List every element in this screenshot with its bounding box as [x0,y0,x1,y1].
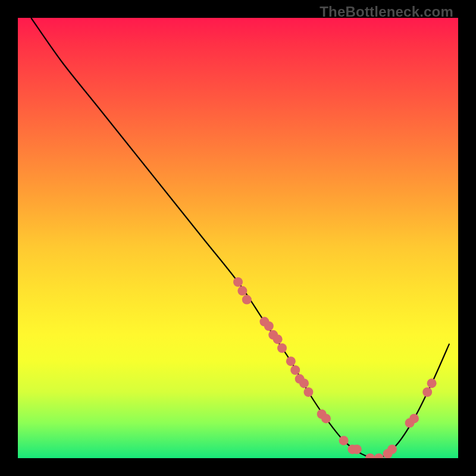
curve-marker [422,387,432,397]
curve-marker [273,334,283,344]
curve-marker [286,356,296,366]
bottleneck-curve [31,18,449,458]
curve-marker [290,365,300,375]
gradient-plot-area [18,18,458,458]
curve-marker [321,414,331,423]
curve-marker [365,453,375,458]
curve-marker [299,378,309,388]
curve-marker [303,387,313,397]
curve-marker [387,444,397,454]
curve-marker [409,414,419,423]
curve-marker [277,343,287,353]
curve-marker [233,277,243,287]
curve-marker [352,444,362,454]
curve-marker [374,453,384,458]
curve-marker [427,378,437,388]
curve-marker [237,286,247,296]
chart-svg [18,18,458,458]
curve-marker [339,436,349,445]
curve-marker [242,295,252,305]
watermark-text: TheBottleneck.com [320,4,453,20]
curve-marker [264,321,274,331]
